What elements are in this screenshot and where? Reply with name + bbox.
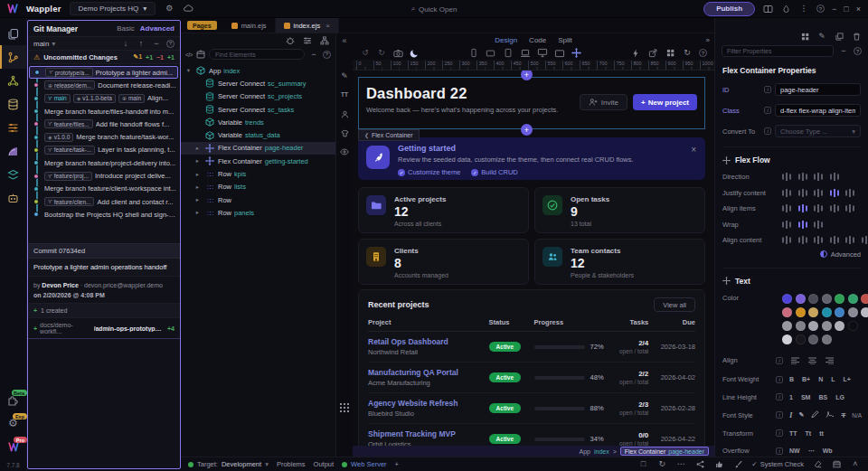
- tree-item-index[interactable]: ▾Appindex: [181, 64, 335, 77]
- window-close-button[interactable]: ×: [856, 5, 861, 14]
- filter-properties-input[interactable]: Filter Properties: [722, 45, 834, 57]
- font-weight-option[interactable]: B: [789, 376, 794, 382]
- droplet-icon[interactable]: [780, 4, 791, 14]
- dismiss-card-icon[interactable]: ×: [691, 145, 696, 155]
- align-items-option[interactable]: [782, 204, 791, 212]
- color-swatch[interactable]: [835, 307, 844, 317]
- commit-row[interactable]: ϒfeature/files...Add file handoff flows …: [28, 118, 180, 130]
- line-height-option[interactable]: SM: [801, 394, 811, 400]
- wrap-option[interactable]: [782, 221, 791, 229]
- undo-icon[interactable]: ↺: [360, 48, 371, 59]
- remote-badge[interactable]: ⊕main: [118, 94, 145, 103]
- design-help-icon[interactable]: ?: [699, 49, 707, 57]
- tree-item-trends[interactable]: Variabletrends: [181, 116, 335, 128]
- align-right-icon[interactable]: [824, 355, 835, 366]
- typography-icon[interactable]: TT: [339, 89, 350, 100]
- props-help-icon[interactable]: ?: [854, 47, 862, 55]
- color-swatch[interactable]: [861, 307, 868, 317]
- commit-row[interactable]: ϒmain◈v1.1.0-beta⊕mainAlign...: [28, 92, 180, 105]
- direction-option[interactable]: [798, 173, 807, 181]
- trash-icon[interactable]: [851, 31, 862, 42]
- class-field[interactable]: [775, 104, 861, 117]
- transform-option[interactable]: tt: [819, 430, 824, 437]
- align-items-option[interactable]: [845, 204, 854, 212]
- table-row[interactable]: Agency Website RefreshBluebird StudioAct…: [368, 393, 695, 424]
- color-swatch[interactable]: [848, 294, 858, 304]
- collapse-icon[interactable]: −: [151, 38, 162, 49]
- apps-grid-icon[interactable]: [799, 31, 810, 42]
- expand-arrow-icon[interactable]: ▾: [184, 67, 193, 74]
- align-content-option[interactable]: [845, 236, 854, 244]
- italic-icon[interactable]: I: [789, 410, 793, 419]
- signature-icon[interactable]: [826, 410, 835, 419]
- device-tv-icon[interactable]: [554, 48, 565, 59]
- justify-content-option[interactable]: [782, 189, 791, 197]
- breadcrumb-current-element[interactable]: Flex Container page-header: [620, 447, 709, 456]
- tab-code[interactable]: Code: [529, 36, 546, 44]
- branch-badge[interactable]: ϒfeature/task-...: [44, 146, 95, 155]
- add-panel-button[interactable]: +: [395, 460, 399, 468]
- device-laptop-icon[interactable]: [520, 48, 531, 59]
- color-swatch[interactable]: [796, 334, 806, 344]
- kpi-card-active-projects[interactable]: Active projects12Across all clients: [358, 187, 529, 233]
- visibility-eye-icon[interactable]: [339, 146, 350, 157]
- overflow-option[interactable]: NW: [789, 447, 800, 455]
- advanced-toggle[interactable]: Advanced: [722, 250, 861, 259]
- nodes-panel-icon[interactable]: [0, 69, 27, 92]
- collapse-icon[interactable]: −: [308, 49, 319, 60]
- justify-content-option[interactable]: [845, 189, 854, 197]
- overflow-option[interactable]: Wb: [823, 447, 833, 455]
- commit-row[interactable]: ϒprototype/a...Prototype a lighter admi.…: [29, 66, 178, 79]
- expand-arrow-icon[interactable]: ▸: [193, 171, 202, 178]
- problems-button[interactable]: Problems: [277, 460, 306, 468]
- git-help-icon[interactable]: ?: [166, 40, 175, 48]
- color-swatch[interactable]: [822, 321, 832, 331]
- gear-icon[interactable]: ⚙: [164, 4, 175, 14]
- align-items-option[interactable]: [830, 204, 839, 212]
- align-content-option[interactable]: [782, 236, 791, 244]
- convert-to-select[interactable]: Choose Type ... ▾: [775, 125, 861, 137]
- color-swatch[interactable]: [822, 307, 832, 317]
- dom-tree-icon[interactable]: [319, 35, 330, 46]
- id-field[interactable]: [775, 83, 861, 96]
- color-swatch[interactable]: [822, 334, 832, 344]
- window-minimize-button[interactable]: −: [832, 5, 836, 14]
- paintbrush-icon[interactable]: [732, 459, 743, 470]
- close-tab-icon[interactable]: ×: [326, 22, 330, 30]
- ai-assistant-panel-icon[interactable]: [0, 186, 27, 210]
- breadcrumb-app[interactable]: App: [579, 448, 590, 455]
- duplicate-icon[interactable]: [834, 31, 844, 42]
- window-maximize-button[interactable]: □: [844, 5, 848, 14]
- thumbs-up-icon[interactable]: [713, 459, 724, 470]
- font-weight-option[interactable]: B+: [802, 376, 810, 382]
- commit-row[interactable]: Merge branch feature/client-workspace in…: [28, 183, 180, 195]
- restart-icon[interactable]: ↻: [656, 459, 667, 470]
- kebab-menu-icon[interactable]: ⋮: [798, 4, 809, 14]
- branch-selector[interactable]: main ▾: [33, 40, 55, 48]
- new-project-button[interactable]: + New project: [633, 94, 697, 110]
- line-height-option[interactable]: LG: [835, 394, 844, 400]
- free-move-icon[interactable]: [571, 48, 582, 59]
- expand-arrow-icon[interactable]: ▸: [193, 145, 202, 152]
- app-connect-icon[interactable]: [285, 35, 296, 46]
- commit-row[interactable]: ϒfeature/clien...Add client and contact …: [28, 195, 180, 208]
- line-height-option[interactable]: 1: [789, 394, 793, 400]
- structure-help-icon[interactable]: ?: [323, 51, 331, 59]
- branch-badge[interactable]: ϒprototype/a...: [45, 68, 93, 77]
- share-nodes-icon[interactable]: [694, 459, 705, 470]
- more-icon[interactable]: ⋯: [675, 459, 686, 470]
- branch-badge[interactable]: ϒfeature/clien...: [44, 197, 94, 206]
- branch-badge[interactable]: ϒmain: [44, 94, 71, 103]
- tree-item-getting-started[interactable]: ▸Flex Containergetting-started: [181, 155, 335, 167]
- git-advanced-tab[interactable]: Advanced: [140, 24, 175, 33]
- justify-content-option[interactable]: [830, 189, 839, 197]
- branch-badge[interactable]: ϒfeature/files...: [44, 119, 93, 128]
- color-swatch[interactable]: [808, 307, 818, 317]
- project-name[interactable]: Manufacturing QA Portal: [368, 368, 489, 377]
- expand-arrow-icon[interactable]: ▸: [193, 209, 202, 216]
- transform-option[interactable]: TT: [789, 430, 797, 437]
- collapse-right-icon[interactable]: »: [706, 36, 710, 44]
- tag-badge[interactable]: ◈v1.0.0: [44, 133, 73, 142]
- uncommitted-changes-row[interactable]: ⚠ Uncommitted Changes ✎1 +1 −1 +1: [28, 51, 180, 64]
- tree-item-sc_projects[interactable]: Server Connectsc_projects: [181, 90, 335, 103]
